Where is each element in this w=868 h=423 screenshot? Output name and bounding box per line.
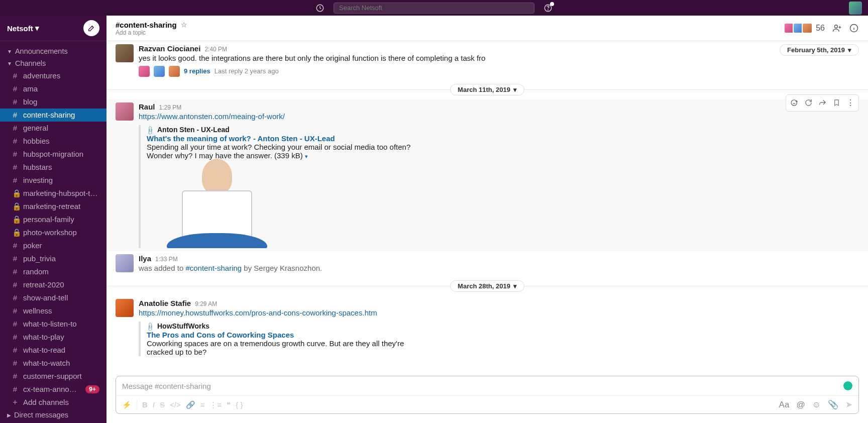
- message-time[interactable]: 2:40 PM: [204, 46, 227, 53]
- sidebar-channel-what-to-listen-to[interactable]: #what-to-listen-to: [0, 318, 106, 331]
- message-time[interactable]: 1:33 PM: [155, 256, 178, 263]
- history-icon[interactable]: [315, 4, 324, 13]
- preview-title[interactable]: The Pros and Cons of Coworking Spaces: [147, 331, 859, 339]
- channel-topic[interactable]: Add a topic: [116, 29, 187, 36]
- help-icon[interactable]: [544, 4, 553, 13]
- sidebar-channel-random[interactable]: #random: [0, 265, 106, 278]
- sidebar-channel-marketing-hubspot-transiti-[interactable]: 🔒marketing-hubspot-transiti...: [0, 187, 106, 200]
- mention-icon[interactable]: @: [796, 400, 805, 410]
- preview-title[interactable]: What's the meaning of work? - Anton Sten…: [147, 134, 859, 143]
- author-name[interactable]: Anatolie Stafie: [139, 299, 191, 307]
- strike-icon[interactable]: S: [160, 400, 165, 409]
- ol-icon[interactable]: ≡: [200, 400, 205, 409]
- bookmark-icon[interactable]: [829, 96, 843, 110]
- preview-description: Coworking spaces are on a tremendous gro…: [147, 339, 418, 356]
- share-icon[interactable]: [815, 96, 829, 110]
- sidebar-channel-blog[interactable]: #blog: [0, 95, 106, 109]
- author-name[interactable]: Ilya: [139, 254, 151, 263]
- ul-icon[interactable]: ⋮≡: [209, 400, 222, 409]
- sidebar-channel-what-to-read[interactable]: #what-to-read: [0, 344, 106, 357]
- sidebar-channel-wellness[interactable]: #wellness: [0, 304, 106, 318]
- code-icon[interactable]: </>: [170, 400, 181, 409]
- message-link[interactable]: https://money.howstuffworks.com/pros-and…: [139, 308, 377, 317]
- message-time[interactable]: 9:29 AM: [195, 300, 217, 307]
- channel-name[interactable]: #content-sharing: [116, 21, 177, 29]
- member-list-button[interactable]: 56: [786, 23, 825, 34]
- sidebar-channel-content-sharing[interactable]: #content-sharing: [0, 109, 106, 122]
- codeblock-icon[interactable]: { }: [236, 400, 243, 409]
- sidebar-channel-photo-workshop[interactable]: 🔒photo-workshop: [0, 226, 106, 239]
- plus-icon: +: [12, 397, 18, 408]
- expand-preview-icon[interactable]: ▾: [305, 153, 308, 159]
- add-channels[interactable]: +Add channels: [0, 396, 106, 409]
- thread-icon[interactable]: [801, 96, 815, 110]
- sidebar-channel-show-and-tell[interactable]: #show-and-tell: [0, 291, 106, 304]
- hash-icon: #: [12, 384, 18, 395]
- add-people-icon[interactable]: [832, 23, 842, 33]
- chevron-down-icon: ▾: [848, 46, 851, 54]
- compose-button[interactable]: [83, 20, 99, 36]
- reply-avatar: [154, 66, 165, 77]
- preview-image[interactable]: [147, 163, 287, 248]
- quote-icon[interactable]: ❝: [227, 400, 231, 409]
- message-list[interactable]: Razvan Ciocianei2:40 PM yes it looks goo…: [106, 41, 868, 376]
- section-channels[interactable]: ▼Channels: [0, 57, 106, 69]
- message-link[interactable]: https://www.antonsten.com/meaing-of-work…: [139, 112, 285, 121]
- grammarly-icon[interactable]: [843, 381, 852, 390]
- message-actions: ⋮: [786, 94, 859, 112]
- sidebar-channel-customer-support[interactable]: #customer-support: [0, 370, 106, 383]
- emoji-icon[interactable]: ☺: [812, 400, 821, 410]
- info-icon[interactable]: [849, 23, 859, 33]
- thread-link[interactable]: 9 replies Last reply 2 years ago: [139, 66, 859, 77]
- attach-icon[interactable]: 📎: [828, 399, 838, 410]
- search-bar[interactable]: [334, 3, 534, 14]
- lightning-icon[interactable]: ⚡: [122, 400, 132, 409]
- user-avatar[interactable]: [849, 2, 862, 15]
- sidebar-channel-hobbies[interactable]: #hobbies: [0, 135, 106, 148]
- format-toggle-icon[interactable]: Aa: [779, 400, 790, 410]
- date-jump-button[interactable]: February 5th, 2019▾: [780, 44, 859, 56]
- more-icon[interactable]: ⋮: [843, 96, 857, 110]
- message-time[interactable]: 1:29 PM: [159, 104, 182, 111]
- channel-label: random: [23, 266, 99, 277]
- author-name[interactable]: Razvan Ciocianei: [139, 44, 200, 53]
- date-divider[interactable]: March 11th, 2019▾: [450, 84, 524, 95]
- send-icon[interactable]: ➤: [845, 399, 852, 410]
- sidebar-channel-personal-family[interactable]: 🔒personal-family: [0, 213, 106, 226]
- italic-icon[interactable]: I: [153, 400, 155, 409]
- sidebar-channel-what-to-play[interactable]: #what-to-play: [0, 331, 106, 344]
- workspace-switcher[interactable]: Netsoft ▾: [7, 24, 39, 33]
- link-icon[interactable]: 🔗: [186, 400, 195, 409]
- sidebar-channel-pub_trivia[interactable]: #pub_trivia: [0, 252, 106, 265]
- sidebar-channel-general[interactable]: #general: [0, 122, 106, 135]
- author-avatar[interactable]: [116, 44, 134, 62]
- sidebar-channel-marketing-retreat[interactable]: 🔒marketing-retreat: [0, 200, 106, 213]
- bold-icon[interactable]: B: [142, 400, 148, 409]
- channel-label: hubstars: [23, 162, 99, 173]
- sidebar-channel-cx-team-announcem-[interactable]: #cx-team-announcem...9+: [0, 383, 106, 396]
- star-icon[interactable]: ☆: [181, 21, 187, 29]
- chevron-down-icon: ▾: [35, 24, 39, 33]
- channel-mention[interactable]: #content-sharing: [185, 264, 242, 272]
- channel-label: cx-team-announcem...: [23, 384, 80, 395]
- author-avatar[interactable]: [116, 254, 134, 272]
- sidebar-channel-investing[interactable]: #investing: [0, 174, 106, 187]
- search-input[interactable]: [339, 4, 529, 12]
- section-dms[interactable]: ▶Direct messages: [0, 409, 106, 421]
- author-avatar[interactable]: [116, 299, 134, 317]
- author-avatar[interactable]: [116, 102, 134, 121]
- sidebar-channel-adventures[interactable]: #adventures: [0, 69, 106, 82]
- sidebar-channel-retreat-2020[interactable]: #retreat-2020: [0, 278, 106, 291]
- hash-icon: #: [12, 162, 18, 173]
- section-announcements[interactable]: ▼Announcements: [0, 45, 106, 57]
- sidebar-channel-ama[interactable]: #ama: [0, 82, 106, 95]
- date-divider[interactable]: March 28th, 2019▾: [450, 280, 524, 292]
- author-name[interactable]: Raul: [139, 102, 155, 111]
- sidebar-channel-what-to-watch[interactable]: #what-to-watch: [0, 357, 106, 370]
- composer-input[interactable]: [122, 382, 843, 390]
- sidebar-channel-hubstars[interactable]: #hubstars: [0, 161, 106, 174]
- sidebar-channel-poker[interactable]: #poker: [0, 239, 106, 252]
- system-message: was added to #content-sharing by Sergey …: [139, 263, 859, 274]
- sidebar-channel-hubspot-migration[interactable]: #hubspot-migration: [0, 148, 106, 161]
- react-icon[interactable]: [787, 96, 801, 110]
